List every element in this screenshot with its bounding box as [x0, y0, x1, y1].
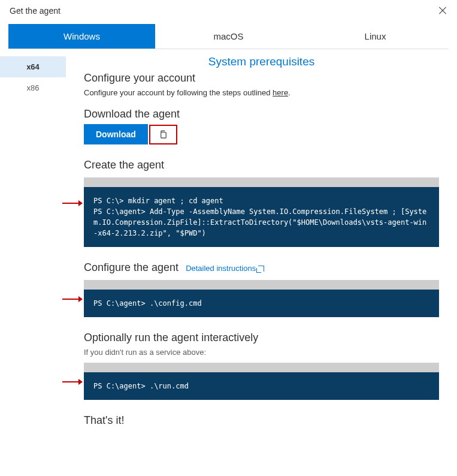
run-agent-note: If you didn't run as a service above:: [84, 348, 439, 357]
sidebar-item-x86[interactable]: x86: [0, 77, 66, 98]
arch-sidebar: x64 x86: [0, 49, 66, 442]
main-panel: System prerequisites Configure your acco…: [66, 49, 457, 442]
configure-account-title: Configure your account: [84, 72, 439, 85]
run-agent-code-block: PS C:\agent> .\run.cmd: [84, 363, 439, 400]
configure-account-text-after: .: [288, 88, 290, 97]
code-header: [84, 363, 439, 372]
configure-agent-title: Configure the agent Detailed instruction…: [84, 261, 439, 274]
download-row: Download: [84, 124, 439, 144]
detailed-instructions-link[interactable]: Detailed instructions: [186, 264, 264, 273]
create-agent-title: Create the agent: [84, 159, 439, 171]
tab-windows[interactable]: Windows: [8, 24, 155, 49]
run-agent-code[interactable]: PS C:\agent> .\run.cmd: [84, 372, 439, 400]
close-icon[interactable]: [438, 6, 447, 16]
prereq-link[interactable]: System prerequisites: [84, 55, 439, 68]
done-title: That's it!: [84, 414, 439, 427]
configure-account-link[interactable]: here: [273, 88, 288, 97]
svg-rect-0: [161, 132, 166, 137]
copy-icon: [159, 130, 168, 139]
dialog-header: Get the agent: [0, 0, 457, 19]
code-header: [84, 280, 439, 290]
create-agent-code-block: PS C:\> mkdir agent ; cd agent PS C:\age…: [84, 177, 439, 247]
sidebar-item-x64[interactable]: x64: [0, 56, 66, 77]
copy-button[interactable]: [149, 125, 177, 144]
detailed-instructions-text: Detailed instructions: [186, 264, 256, 273]
configure-agent-code-block: PS C:\agent> .\config.cmd: [84, 280, 439, 317]
create-agent-code[interactable]: PS C:\> mkdir agent ; cd agent PS C:\age…: [84, 187, 439, 247]
configure-agent-code[interactable]: PS C:\agent> .\config.cmd: [84, 290, 439, 317]
download-agent-title: Download the agent: [84, 108, 439, 120]
configure-account-text-before: Configure your account by following the …: [84, 88, 273, 97]
configure-agent-title-text: Configure the agent: [84, 261, 178, 274]
configure-account-text: Configure your account by following the …: [84, 88, 439, 97]
dialog-title: Get the agent: [10, 6, 60, 16]
run-agent-title: Optionally run the agent interactively: [84, 332, 439, 344]
download-button[interactable]: Download: [84, 124, 148, 144]
code-header: [84, 177, 439, 187]
tab-linux[interactable]: Linux: [302, 24, 449, 49]
tab-macos[interactable]: macOS: [155, 24, 302, 49]
os-tabs: Windows macOS Linux: [8, 24, 449, 49]
external-link-icon: [258, 266, 264, 272]
content-area: x64 x86 System prerequisites Configure y…: [0, 49, 457, 442]
